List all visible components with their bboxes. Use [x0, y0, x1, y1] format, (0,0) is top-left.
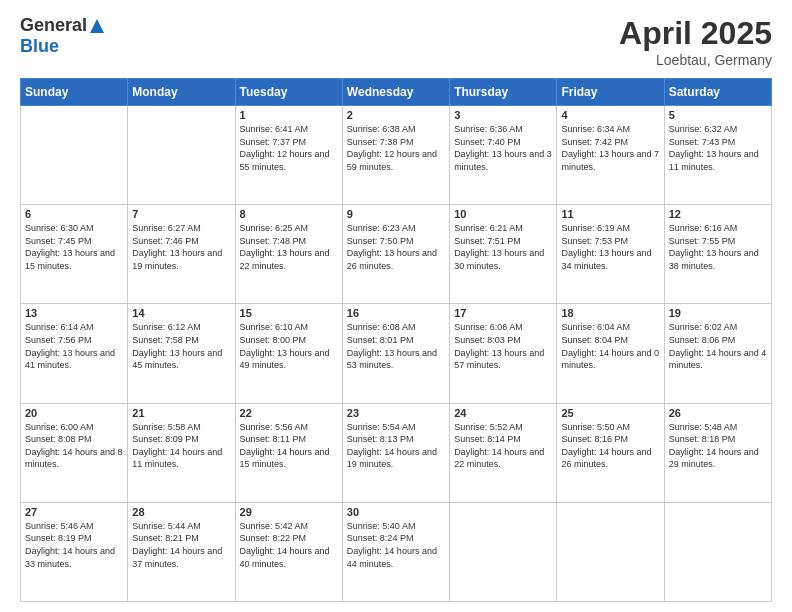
- calendar-cell: 13Sunrise: 6:14 AMSunset: 7:56 PMDayligh…: [21, 304, 128, 403]
- calendar-cell: 18Sunrise: 6:04 AMSunset: 8:04 PMDayligh…: [557, 304, 664, 403]
- calendar-cell: 5Sunrise: 6:32 AMSunset: 7:43 PMDaylight…: [664, 106, 771, 205]
- calendar-cell: 11Sunrise: 6:19 AMSunset: 7:53 PMDayligh…: [557, 205, 664, 304]
- header-day-monday: Monday: [128, 79, 235, 106]
- calendar-cell: 4Sunrise: 6:34 AMSunset: 7:42 PMDaylight…: [557, 106, 664, 205]
- calendar-cell: 25Sunrise: 5:50 AMSunset: 8:16 PMDayligh…: [557, 403, 664, 502]
- calendar-cell: 1Sunrise: 6:41 AMSunset: 7:37 PMDaylight…: [235, 106, 342, 205]
- calendar-cell: 9Sunrise: 6:23 AMSunset: 7:50 PMDaylight…: [342, 205, 449, 304]
- month-title: April 2025: [619, 15, 772, 52]
- header-day-tuesday: Tuesday: [235, 79, 342, 106]
- day-info: Sunrise: 6:08 AMSunset: 8:01 PMDaylight:…: [347, 321, 445, 371]
- day-number: 11: [561, 208, 659, 220]
- calendar-cell: 19Sunrise: 6:02 AMSunset: 8:06 PMDayligh…: [664, 304, 771, 403]
- day-info: Sunrise: 6:10 AMSunset: 8:00 PMDaylight:…: [240, 321, 338, 371]
- calendar-cell: 22Sunrise: 5:56 AMSunset: 8:11 PMDayligh…: [235, 403, 342, 502]
- day-info: Sunrise: 5:46 AMSunset: 8:19 PMDaylight:…: [25, 520, 123, 570]
- day-number: 14: [132, 307, 230, 319]
- header: General Blue April 2025 Loebtau, Germany: [20, 15, 772, 68]
- day-number: 4: [561, 109, 659, 121]
- calendar-cell: 10Sunrise: 6:21 AMSunset: 7:51 PMDayligh…: [450, 205, 557, 304]
- day-number: 29: [240, 506, 338, 518]
- calendar-cell: 17Sunrise: 6:06 AMSunset: 8:03 PMDayligh…: [450, 304, 557, 403]
- day-info: Sunrise: 5:42 AMSunset: 8:22 PMDaylight:…: [240, 520, 338, 570]
- calendar-cell: [664, 502, 771, 601]
- calendar-cell: 27Sunrise: 5:46 AMSunset: 8:19 PMDayligh…: [21, 502, 128, 601]
- calendar-cell: 16Sunrise: 6:08 AMSunset: 8:01 PMDayligh…: [342, 304, 449, 403]
- calendar-week-3: 13Sunrise: 6:14 AMSunset: 7:56 PMDayligh…: [21, 304, 772, 403]
- day-info: Sunrise: 6:12 AMSunset: 7:58 PMDaylight:…: [132, 321, 230, 371]
- day-number: 17: [454, 307, 552, 319]
- day-info: Sunrise: 5:54 AMSunset: 8:13 PMDaylight:…: [347, 421, 445, 471]
- day-info: Sunrise: 6:30 AMSunset: 7:45 PMDaylight:…: [25, 222, 123, 272]
- day-number: 22: [240, 407, 338, 419]
- calendar-cell: 29Sunrise: 5:42 AMSunset: 8:22 PMDayligh…: [235, 502, 342, 601]
- day-number: 23: [347, 407, 445, 419]
- day-info: Sunrise: 6:04 AMSunset: 8:04 PMDaylight:…: [561, 321, 659, 371]
- calendar-body: 1Sunrise: 6:41 AMSunset: 7:37 PMDaylight…: [21, 106, 772, 602]
- day-number: 27: [25, 506, 123, 518]
- day-info: Sunrise: 6:25 AMSunset: 7:48 PMDaylight:…: [240, 222, 338, 272]
- header-day-saturday: Saturday: [664, 79, 771, 106]
- day-info: Sunrise: 5:50 AMSunset: 8:16 PMDaylight:…: [561, 421, 659, 471]
- calendar-cell: 28Sunrise: 5:44 AMSunset: 8:21 PMDayligh…: [128, 502, 235, 601]
- day-info: Sunrise: 5:44 AMSunset: 8:21 PMDaylight:…: [132, 520, 230, 570]
- calendar-cell: 8Sunrise: 6:25 AMSunset: 7:48 PMDaylight…: [235, 205, 342, 304]
- day-number: 19: [669, 307, 767, 319]
- day-number: 10: [454, 208, 552, 220]
- logo-triangle-icon: [88, 17, 106, 35]
- calendar-cell: 15Sunrise: 6:10 AMSunset: 8:00 PMDayligh…: [235, 304, 342, 403]
- day-info: Sunrise: 6:14 AMSunset: 7:56 PMDaylight:…: [25, 321, 123, 371]
- calendar-cell: [557, 502, 664, 601]
- day-info: Sunrise: 6:16 AMSunset: 7:55 PMDaylight:…: [669, 222, 767, 272]
- day-info: Sunrise: 5:56 AMSunset: 8:11 PMDaylight:…: [240, 421, 338, 471]
- day-info: Sunrise: 6:19 AMSunset: 7:53 PMDaylight:…: [561, 222, 659, 272]
- day-info: Sunrise: 6:32 AMSunset: 7:43 PMDaylight:…: [669, 123, 767, 173]
- calendar-cell: 14Sunrise: 6:12 AMSunset: 7:58 PMDayligh…: [128, 304, 235, 403]
- logo: General Blue: [20, 15, 107, 57]
- day-number: 13: [25, 307, 123, 319]
- day-number: 8: [240, 208, 338, 220]
- header-day-friday: Friday: [557, 79, 664, 106]
- calendar-cell: 7Sunrise: 6:27 AMSunset: 7:46 PMDaylight…: [128, 205, 235, 304]
- day-info: Sunrise: 6:36 AMSunset: 7:40 PMDaylight:…: [454, 123, 552, 173]
- calendar-cell: [450, 502, 557, 601]
- calendar-cell: 12Sunrise: 6:16 AMSunset: 7:55 PMDayligh…: [664, 205, 771, 304]
- calendar-cell: 3Sunrise: 6:36 AMSunset: 7:40 PMDaylight…: [450, 106, 557, 205]
- day-info: Sunrise: 6:34 AMSunset: 7:42 PMDaylight:…: [561, 123, 659, 173]
- svg-marker-0: [90, 19, 104, 33]
- day-number: 3: [454, 109, 552, 121]
- day-number: 18: [561, 307, 659, 319]
- calendar-cell: 21Sunrise: 5:58 AMSunset: 8:09 PMDayligh…: [128, 403, 235, 502]
- header-day-wednesday: Wednesday: [342, 79, 449, 106]
- day-number: 25: [561, 407, 659, 419]
- day-info: Sunrise: 5:48 AMSunset: 8:18 PMDaylight:…: [669, 421, 767, 471]
- day-info: Sunrise: 6:00 AMSunset: 8:08 PMDaylight:…: [25, 421, 123, 471]
- day-info: Sunrise: 6:06 AMSunset: 8:03 PMDaylight:…: [454, 321, 552, 371]
- page: General Blue April 2025 Loebtau, Germany…: [0, 0, 792, 612]
- day-number: 15: [240, 307, 338, 319]
- day-info: Sunrise: 6:23 AMSunset: 7:50 PMDaylight:…: [347, 222, 445, 272]
- day-number: 24: [454, 407, 552, 419]
- calendar-cell: 26Sunrise: 5:48 AMSunset: 8:18 PMDayligh…: [664, 403, 771, 502]
- day-number: 16: [347, 307, 445, 319]
- calendar-cell: 20Sunrise: 6:00 AMSunset: 8:08 PMDayligh…: [21, 403, 128, 502]
- day-info: Sunrise: 6:27 AMSunset: 7:46 PMDaylight:…: [132, 222, 230, 272]
- day-number: 28: [132, 506, 230, 518]
- day-info: Sunrise: 5:40 AMSunset: 8:24 PMDaylight:…: [347, 520, 445, 570]
- calendar-cell: 2Sunrise: 6:38 AMSunset: 7:38 PMDaylight…: [342, 106, 449, 205]
- day-info: Sunrise: 6:38 AMSunset: 7:38 PMDaylight:…: [347, 123, 445, 173]
- header-day-thursday: Thursday: [450, 79, 557, 106]
- day-number: 12: [669, 208, 767, 220]
- day-info: Sunrise: 5:52 AMSunset: 8:14 PMDaylight:…: [454, 421, 552, 471]
- calendar-week-1: 1Sunrise: 6:41 AMSunset: 7:37 PMDaylight…: [21, 106, 772, 205]
- calendar-week-2: 6Sunrise: 6:30 AMSunset: 7:45 PMDaylight…: [21, 205, 772, 304]
- calendar-header: SundayMondayTuesdayWednesdayThursdayFrid…: [21, 79, 772, 106]
- day-number: 21: [132, 407, 230, 419]
- calendar-cell: 24Sunrise: 5:52 AMSunset: 8:14 PMDayligh…: [450, 403, 557, 502]
- location: Loebtau, Germany: [619, 52, 772, 68]
- day-info: Sunrise: 6:41 AMSunset: 7:37 PMDaylight:…: [240, 123, 338, 173]
- calendar-week-5: 27Sunrise: 5:46 AMSunset: 8:19 PMDayligh…: [21, 502, 772, 601]
- title-block: April 2025 Loebtau, Germany: [619, 15, 772, 68]
- calendar-cell: 23Sunrise: 5:54 AMSunset: 8:13 PMDayligh…: [342, 403, 449, 502]
- day-number: 6: [25, 208, 123, 220]
